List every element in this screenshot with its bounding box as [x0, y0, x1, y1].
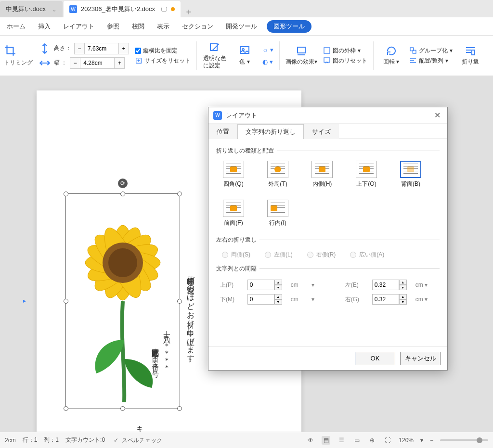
rotate-button[interactable]: 回転 ▾: [379, 45, 403, 66]
dist-right-label: 右(G): [345, 295, 367, 304]
picture-border-button[interactable]: 図の外枠 ▾: [323, 47, 367, 55]
width-dec[interactable]: −: [70, 57, 80, 69]
page-view-icon[interactable]: ▤: [322, 436, 330, 445]
new-tab-button[interactable]: ＋: [182, 6, 196, 17]
fit-icon[interactable]: ⛶: [383, 436, 392, 445]
dist-bottom-label: 下(M): [220, 295, 243, 304]
lock-aspect-checkbox[interactable]: 縦横比を固定: [135, 47, 191, 55]
height-dec[interactable]: −: [74, 43, 85, 54]
picture-effects-button[interactable]: 画像の効果▾: [285, 45, 317, 66]
dialog-tab-position[interactable]: 位置: [208, 124, 237, 139]
spellcheck-button[interactable]: ✓ スペルチェック: [112, 436, 162, 445]
eye-icon[interactable]: 👁: [306, 436, 315, 445]
brightness-icon[interactable]: ☼ ▾: [262, 46, 273, 53]
dialog-tab-size[interactable]: サイズ: [304, 124, 339, 139]
wrap-option-through[interactable]: 内側(H): [311, 161, 333, 188]
reset-picture-button[interactable]: 図のリセット: [323, 57, 367, 65]
dialog-cancel-button[interactable]: キャンセル: [400, 352, 441, 365]
wrap-option-behind[interactable]: 背面(B): [400, 161, 421, 188]
svg-rect-5: [324, 48, 330, 53]
crop-label: トリミング: [4, 59, 33, 67]
width-label: 幅 ：: [54, 59, 67, 67]
reset-size-button[interactable]: サイズをリセット: [135, 57, 191, 65]
dist-left-input[interactable]: ▲▼: [372, 280, 411, 290]
doc-text-line1: 時節柄ご自愛のほどお祈り申し上げます: [183, 271, 198, 432]
wrap-option-square[interactable]: 四角(Q): [223, 161, 244, 188]
crop-icon[interactable]: [4, 44, 16, 57]
resize-handle[interactable]: [177, 299, 182, 304]
menu-reference[interactable]: 参照: [104, 20, 122, 33]
resize-handle[interactable]: [64, 406, 68, 411]
lr-both: 両側(S): [222, 251, 250, 259]
doc-text-address: 東京都港区芝＊丁目＊番＊号: [148, 344, 163, 432]
status-charcount: 文字カウント:0: [65, 436, 105, 444]
height-inc[interactable]: +: [118, 43, 129, 54]
wrap-option-tight[interactable]: 外周(T): [267, 161, 288, 188]
menu-layout[interactable]: レイアウト: [60, 20, 97, 33]
modified-dot-icon: [171, 7, 175, 11]
chevron-down-icon[interactable]: ▾: [420, 437, 423, 444]
ribbon: トリミング 高さ： − + 幅 ： − +: [0, 36, 493, 76]
doc-text-name: キング 太郎: [133, 421, 147, 432]
zoom-slider[interactable]: [440, 439, 488, 441]
lr-wrap-heading: 左右の折り返し: [216, 236, 440, 244]
dialog-title: レイアウト: [226, 111, 257, 120]
status-dim: 2cm: [5, 437, 16, 444]
lr-right: 右側(R): [307, 251, 336, 259]
dist-top-label: 上(P): [220, 281, 243, 289]
monitor-icon[interactable]: 🖵: [161, 6, 167, 13]
dist-top-input[interactable]: ▲▼: [247, 280, 286, 290]
height-input[interactable]: [85, 43, 118, 54]
transparent-color-button[interactable]: 透明な色 に設定: [203, 42, 227, 69]
dist-left-label: 左(E): [345, 281, 367, 289]
menu-home[interactable]: ホーム: [4, 20, 28, 33]
outline-view-icon[interactable]: ☰: [337, 436, 346, 445]
wrap-button[interactable]: 折り返: [458, 45, 482, 66]
menu-review[interactable]: 校閲: [129, 20, 147, 33]
resize-handle[interactable]: [120, 192, 125, 196]
zoom-level[interactable]: 120%: [399, 437, 414, 444]
color-button[interactable]: 色 ▾: [233, 45, 257, 66]
dist-right-input[interactable]: ▲▼: [372, 294, 411, 305]
doc-tab-inactive[interactable]: 中見舞い.docx ⌄: [0, 1, 63, 17]
width-icon: [39, 57, 51, 69]
contrast-icon[interactable]: ◐ ▾: [262, 58, 273, 65]
dialog-tab-wrap[interactable]: 文字列の折り返し: [237, 124, 304, 139]
group-button[interactable]: グループ化 ▾: [409, 47, 453, 55]
align-button[interactable]: 配置/整列 ▾: [409, 57, 453, 65]
width-inc[interactable]: +: [114, 57, 125, 69]
web-view-icon[interactable]: ⊕: [368, 436, 376, 445]
height-icon: [39, 42, 51, 55]
rotate-handle-icon[interactable]: ⟳: [118, 179, 128, 188]
menu-insert[interactable]: 挿入: [35, 20, 53, 33]
menu-section[interactable]: セクション: [179, 20, 216, 33]
menu-view[interactable]: 表示: [154, 20, 172, 33]
menu-bar: ホーム 挿入 レイアウト 参照 校閲 表示 セクション 開発ツール 図形ツール: [0, 17, 493, 36]
tab-label: 中見舞い.docx: [6, 5, 46, 13]
resize-handle[interactable]: [177, 192, 182, 196]
shape-tools-tab[interactable]: 図形ツール: [267, 20, 311, 33]
zoom-out-button[interactable]: −: [430, 437, 433, 444]
tab-label: 202306_暑中見舞い2.docx: [81, 5, 155, 13]
page-indicator-icon[interactable]: ▸: [23, 297, 26, 304]
wrap-option-inline[interactable]: 行内(I): [267, 200, 288, 227]
dialog-close-button[interactable]: ✕: [432, 109, 442, 122]
wrap-option-front[interactable]: 前面(F): [223, 200, 244, 227]
dialog-ok-button[interactable]: OK: [355, 352, 395, 365]
svg-rect-4: [298, 47, 305, 53]
reading-view-icon[interactable]: ▭: [352, 436, 361, 445]
width-input[interactable]: [80, 57, 114, 69]
check-icon: ✓: [112, 436, 120, 445]
resize-handle[interactable]: [120, 406, 125, 411]
resize-handle[interactable]: [64, 192, 68, 196]
doc-tab-active[interactable]: W 202306_暑中見舞い2.docx 🖵: [64, 1, 181, 17]
lr-wide: 広い側(A): [350, 251, 384, 259]
dialog-app-icon: W: [213, 111, 222, 120]
resize-handle[interactable]: [177, 406, 182, 411]
dist-bottom-input[interactable]: ▲▼: [247, 294, 286, 305]
menu-dev[interactable]: 開発ツール: [223, 20, 260, 33]
resize-handle[interactable]: [64, 299, 68, 304]
wrap-option-topbottom[interactable]: 上下(O): [356, 161, 377, 188]
wrap-style-heading: 折り返しの種類と配置: [216, 147, 440, 155]
close-icon[interactable]: ⌄: [52, 6, 57, 13]
